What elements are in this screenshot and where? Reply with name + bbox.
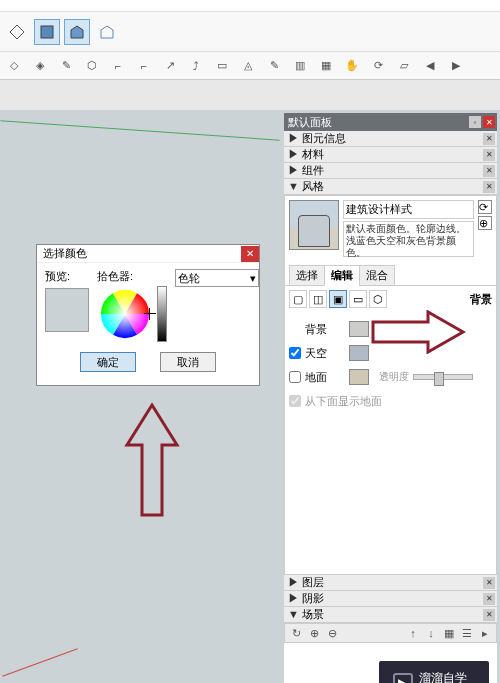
preview-label: 预览: [45,269,89,284]
secondary-toolbar: ◇ ◈ ✎ ⬡ ⌐ ⌐ ↗ ⤴ ▭ ◬ ✎ ▥ ▦ ✋ ⟳ ▱ ◀ ▶ [0,52,500,80]
annotation-arrow-right [368,310,468,354]
bg-label: 背景 [305,322,345,337]
tb2-7[interactable]: ↗ [158,55,182,77]
svg-point-2 [101,290,149,338]
close-icon[interactable]: ✕ [483,577,495,589]
preview-swatch [45,288,89,332]
background-settings-icon[interactable]: ▣ [329,290,347,308]
style-thumbnail[interactable] [289,200,339,250]
scene-view-icon[interactable]: ▦ [442,626,456,640]
panel-entity-info[interactable]: ▶ 图元信息✕ [284,131,497,147]
panel-material[interactable]: ▶ 材料✕ [284,147,497,163]
tb2-11[interactable]: ✎ [262,55,286,77]
tb2-15[interactable]: ⟳ [366,55,390,77]
brightness-slider[interactable] [157,286,167,342]
tb2-3[interactable]: ✎ [54,55,78,77]
sky-checkbox[interactable] [289,347,301,359]
tb2-2[interactable]: ◈ [28,55,52,77]
refresh-icon[interactable]: ↻ [289,626,303,640]
tb2-8[interactable]: ⤴ [184,55,208,77]
tb2-18[interactable]: ▶ [444,55,468,77]
tray-panels: 默认面板 ▫✕ ▶ 图元信息✕ ▶ 材料✕ ▶ 组件✕ ▼ 风格✕ 建筑设计样式… [284,113,497,683]
panel-layer[interactable]: ▶ 图层✕ [284,575,497,591]
tb2-6[interactable]: ⌐ [132,55,156,77]
remove-icon[interactable]: ⊖ [325,626,339,640]
scene-menu-icon[interactable]: ▸ [478,626,492,640]
tab-mix[interactable]: 混合 [359,265,395,286]
tab-edit[interactable]: 编辑 [324,265,360,286]
svg-marker-0 [10,25,24,39]
tool-2[interactable] [34,19,60,45]
tb2-4[interactable]: ⬡ [80,55,104,77]
picker-type-select[interactable]: 色轮▾ [175,269,259,287]
close-icon[interactable]: ✕ [483,133,495,145]
tb2-10[interactable]: ◬ [236,55,260,77]
bg-heading: 背景 [470,292,492,307]
tb2-14[interactable]: ✋ [340,55,364,77]
main-toolbar [0,12,500,52]
add-icon[interactable]: ⊕ [307,626,321,640]
background-swatch[interactable] [349,321,369,337]
style-name-input[interactable]: 建筑设计样式 [343,200,474,219]
tray-header[interactable]: 默认面板 ▫✕ [284,113,497,131]
face-settings-icon[interactable]: ◫ [309,290,327,308]
panel-style[interactable]: ▼ 风格✕ [284,179,497,195]
close-icon[interactable]: ✕ [241,246,259,262]
sky-label: 天空 [305,346,345,361]
tb2-16[interactable]: ▱ [392,55,416,77]
scene-down-icon[interactable]: ↓ [424,626,438,640]
close-icon[interactable]: ✕ [483,165,495,177]
watermark: ▶ 溜溜自学 zixue.3d66.com [379,661,489,683]
pin-icon[interactable]: ▫ [469,116,481,128]
ground-swatch[interactable] [349,369,369,385]
close-icon[interactable]: ✕ [483,593,495,605]
color-wheel[interactable] [97,286,153,342]
svg-rect-1 [41,26,53,38]
tb2-12[interactable]: ▥ [288,55,312,77]
panel-scene[interactable]: ▼ 场景✕ [284,607,497,623]
modeling-settings-icon[interactable]: ⬡ [369,290,387,308]
panel-component[interactable]: ▶ 组件✕ [284,163,497,179]
close-icon[interactable]: ✕ [483,181,495,193]
scene-list-icon[interactable]: ☰ [460,626,474,640]
tab-select[interactable]: 选择 [289,265,325,286]
ground-transparency-slider[interactable] [413,374,473,380]
tool-1[interactable] [4,19,30,45]
tool-4[interactable] [94,19,120,45]
ground-checkbox[interactable] [289,371,301,383]
picker-label: 拾色器: [97,269,167,284]
tb2-1[interactable]: ◇ [2,55,26,77]
tb2-13[interactable]: ▦ [314,55,338,77]
annotation-arrow-up [122,400,182,520]
sky-swatch[interactable] [349,345,369,361]
show-ground-checkbox[interactable] [289,395,301,407]
show-ground-label: 从下面显示地面 [305,394,382,409]
new-style-icon[interactable]: ⊕ [478,216,492,230]
tb2-17[interactable]: ◀ [418,55,442,77]
close-icon[interactable]: ✕ [483,116,495,128]
edge-settings-icon[interactable]: ▢ [289,290,307,308]
ground-label: 地面 [305,370,345,385]
update-style-icon[interactable]: ⟳ [478,200,492,214]
tb2-9[interactable]: ▭ [210,55,234,77]
style-desc-input[interactable]: 默认表面颜色。轮廓边线。浅蓝色天空和灰色背景颜色。 [343,221,474,257]
cancel-button[interactable]: 取消 [160,352,216,372]
tool-3[interactable] [64,19,90,45]
scene-up-icon[interactable]: ↑ [406,626,420,640]
close-icon[interactable]: ✕ [483,149,495,161]
close-icon[interactable]: ✕ [483,609,495,621]
color-dialog: 选择颜色 ✕ 预览: 拾色器: [36,244,260,386]
tb2-5[interactable]: ⌐ [106,55,130,77]
play-icon: ▶ [393,673,413,683]
panel-shadow[interactable]: ▶ 阴影✕ [284,591,497,607]
watermark-settings-icon[interactable]: ▭ [349,290,367,308]
color-dialog-title: 选择颜色 [43,246,87,261]
ok-button[interactable]: 确定 [80,352,136,372]
